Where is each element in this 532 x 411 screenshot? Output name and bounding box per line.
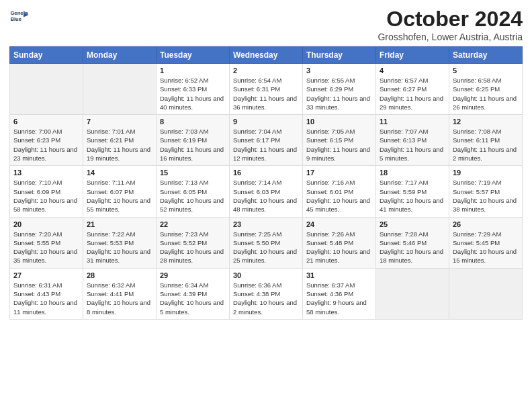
calendar-cell: 31Sunrise: 6:37 AMSunset: 4:36 PMDayligh… xyxy=(303,268,376,319)
calendar-header-row: SundayMondayTuesdayWednesdayThursdayFrid… xyxy=(10,47,523,64)
calendar-cell: 24Sunrise: 7:26 AMSunset: 5:48 PMDayligh… xyxy=(303,217,376,268)
cell-info: Sunrise: 7:03 AMSunset: 6:19 PMDaylight:… xyxy=(160,127,226,163)
calendar-day-header: Saturday xyxy=(449,47,523,64)
calendar-cell: 5Sunrise: 6:58 AMSunset: 6:25 PMDaylight… xyxy=(449,64,523,115)
cell-date: 18 xyxy=(380,169,445,177)
calendar-table: SundayMondayTuesdayWednesdayThursdayFrid… xyxy=(9,46,523,320)
calendar-cell: 15Sunrise: 7:13 AMSunset: 6:05 PMDayligh… xyxy=(157,166,230,217)
cell-date: 25 xyxy=(380,220,445,228)
calendar-cell: 3Sunrise: 6:55 AMSunset: 6:29 PMDaylight… xyxy=(303,64,376,115)
calendar-cell: 20Sunrise: 7:20 AMSunset: 5:55 PMDayligh… xyxy=(10,217,83,268)
cell-date: 10 xyxy=(306,118,372,126)
cell-info: Sunrise: 7:10 AMSunset: 6:09 PMDaylight:… xyxy=(13,178,79,214)
calendar-cell: 14Sunrise: 7:11 AMSunset: 6:07 PMDayligh… xyxy=(83,166,157,217)
header: General Blue October 2024 Grosshofen, Lo… xyxy=(9,7,523,42)
page: General Blue October 2024 Grosshofen, Lo… xyxy=(0,0,532,411)
cell-info: Sunrise: 7:16 AMSunset: 6:01 PMDaylight:… xyxy=(306,178,372,214)
cell-info: Sunrise: 7:08 AMSunset: 6:11 PMDaylight:… xyxy=(453,127,519,163)
cell-date: 1 xyxy=(160,66,226,75)
cell-date: 13 xyxy=(13,169,79,177)
cell-date: 24 xyxy=(306,220,372,228)
calendar-cell: 19Sunrise: 7:19 AMSunset: 5:57 PMDayligh… xyxy=(449,166,523,217)
calendar-cell: 2Sunrise: 6:54 AMSunset: 6:31 PMDaylight… xyxy=(230,64,303,115)
cell-date: 2 xyxy=(233,66,299,75)
svg-text:Blue: Blue xyxy=(10,16,21,22)
cell-info: Sunrise: 7:14 AMSunset: 6:03 PMDaylight:… xyxy=(233,178,299,214)
title-block: October 2024 Grosshofen, Lower Austria, … xyxy=(378,7,523,42)
calendar-cell xyxy=(376,268,449,319)
cell-date: 14 xyxy=(87,169,152,177)
cell-date: 11 xyxy=(380,118,445,126)
cell-date: 29 xyxy=(160,271,226,279)
calendar-cell: 9Sunrise: 7:04 AMSunset: 6:17 PMDaylight… xyxy=(230,115,303,166)
cell-info: Sunrise: 7:23 AMSunset: 5:52 PMDaylight:… xyxy=(160,230,226,265)
calendar-cell: 22Sunrise: 7:23 AMSunset: 5:52 PMDayligh… xyxy=(157,217,230,268)
cell-date: 3 xyxy=(306,66,372,75)
calendar-day-header: Sunday xyxy=(10,47,83,64)
calendar-cell: 10Sunrise: 7:05 AMSunset: 6:15 PMDayligh… xyxy=(303,115,376,166)
cell-info: Sunrise: 7:01 AMSunset: 6:21 PMDaylight:… xyxy=(87,127,152,163)
cell-info: Sunrise: 6:54 AMSunset: 6:31 PMDaylight:… xyxy=(233,76,299,111)
cell-date: 30 xyxy=(233,271,299,279)
calendar-day-header: Thursday xyxy=(303,47,376,64)
cell-info: Sunrise: 7:04 AMSunset: 6:17 PMDaylight:… xyxy=(233,127,299,163)
calendar-day-header: Tuesday xyxy=(157,47,230,64)
cell-date: 6 xyxy=(13,118,79,126)
cell-date: 21 xyxy=(87,220,152,228)
cell-date: 4 xyxy=(380,66,445,75)
cell-info: Sunrise: 6:32 AMSunset: 4:41 PMDaylight:… xyxy=(87,281,152,316)
calendar-week-row: 13Sunrise: 7:10 AMSunset: 6:09 PMDayligh… xyxy=(10,166,523,217)
cell-date: 17 xyxy=(306,169,372,177)
calendar-cell: 11Sunrise: 7:07 AMSunset: 6:13 PMDayligh… xyxy=(376,115,449,166)
cell-date: 16 xyxy=(233,169,299,177)
cell-date: 19 xyxy=(453,169,519,177)
calendar-cell: 7Sunrise: 7:01 AMSunset: 6:21 PMDaylight… xyxy=(83,115,157,166)
cell-info: Sunrise: 6:34 AMSunset: 4:39 PMDaylight:… xyxy=(160,281,226,316)
cell-info: Sunrise: 6:36 AMSunset: 4:38 PMDaylight:… xyxy=(233,281,299,316)
cell-info: Sunrise: 6:57 AMSunset: 6:27 PMDaylight:… xyxy=(380,76,445,111)
cell-date: 26 xyxy=(453,220,519,228)
cell-info: Sunrise: 7:29 AMSunset: 5:45 PMDaylight:… xyxy=(453,230,519,265)
calendar-cell: 16Sunrise: 7:14 AMSunset: 6:03 PMDayligh… xyxy=(230,166,303,217)
cell-info: Sunrise: 7:07 AMSunset: 6:13 PMDaylight:… xyxy=(380,127,445,163)
cell-date: 22 xyxy=(160,220,226,228)
cell-date: 7 xyxy=(87,118,152,126)
month-title: October 2024 xyxy=(378,7,523,32)
calendar-cell: 6Sunrise: 7:00 AMSunset: 6:23 PMDaylight… xyxy=(10,115,83,166)
calendar-cell: 18Sunrise: 7:17 AMSunset: 5:59 PMDayligh… xyxy=(376,166,449,217)
calendar-cell: 17Sunrise: 7:16 AMSunset: 6:01 PMDayligh… xyxy=(303,166,376,217)
cell-date: 27 xyxy=(13,271,79,279)
cell-info: Sunrise: 6:55 AMSunset: 6:29 PMDaylight:… xyxy=(306,76,372,111)
cell-info: Sunrise: 7:20 AMSunset: 5:55 PMDaylight:… xyxy=(13,230,79,265)
cell-info: Sunrise: 6:58 AMSunset: 6:25 PMDaylight:… xyxy=(453,76,519,111)
cell-date: 28 xyxy=(87,271,152,279)
calendar-cell xyxy=(10,64,83,115)
cell-date: 5 xyxy=(453,66,519,75)
calendar-cell: 27Sunrise: 6:31 AMSunset: 4:43 PMDayligh… xyxy=(10,268,83,319)
cell-info: Sunrise: 7:25 AMSunset: 5:50 PMDaylight:… xyxy=(233,230,299,265)
cell-info: Sunrise: 7:00 AMSunset: 6:23 PMDaylight:… xyxy=(13,127,79,163)
calendar-week-row: 6Sunrise: 7:00 AMSunset: 6:23 PMDaylight… xyxy=(10,115,523,166)
calendar-cell: 28Sunrise: 6:32 AMSunset: 4:41 PMDayligh… xyxy=(83,268,157,319)
calendar-cell: 21Sunrise: 7:22 AMSunset: 5:53 PMDayligh… xyxy=(83,217,157,268)
calendar-cell: 8Sunrise: 7:03 AMSunset: 6:19 PMDaylight… xyxy=(157,115,230,166)
cell-date: 15 xyxy=(160,169,226,177)
cell-info: Sunrise: 6:52 AMSunset: 6:33 PMDaylight:… xyxy=(160,76,226,111)
calendar-cell xyxy=(83,64,157,115)
calendar-cell: 4Sunrise: 6:57 AMSunset: 6:27 PMDaylight… xyxy=(376,64,449,115)
calendar-cell: 26Sunrise: 7:29 AMSunset: 5:45 PMDayligh… xyxy=(449,217,523,268)
cell-date: 31 xyxy=(306,271,372,279)
calendar-week-row: 1Sunrise: 6:52 AMSunset: 6:33 PMDaylight… xyxy=(10,64,523,115)
cell-info: Sunrise: 6:31 AMSunset: 4:43 PMDaylight:… xyxy=(13,281,79,316)
calendar-cell: 23Sunrise: 7:25 AMSunset: 5:50 PMDayligh… xyxy=(230,217,303,268)
calendar-week-row: 27Sunrise: 6:31 AMSunset: 4:43 PMDayligh… xyxy=(10,268,523,319)
calendar-cell: 13Sunrise: 7:10 AMSunset: 6:09 PMDayligh… xyxy=(10,166,83,217)
cell-date: 8 xyxy=(160,118,226,126)
logo-icon: General Blue xyxy=(9,7,28,26)
location: Grosshofen, Lower Austria, Austria xyxy=(378,32,523,42)
cell-date: 23 xyxy=(233,220,299,228)
cell-date: 20 xyxy=(13,220,79,228)
calendar-cell: 12Sunrise: 7:08 AMSunset: 6:11 PMDayligh… xyxy=(449,115,523,166)
cell-info: Sunrise: 7:11 AMSunset: 6:07 PMDaylight:… xyxy=(87,178,152,214)
cell-info: Sunrise: 7:22 AMSunset: 5:53 PMDaylight:… xyxy=(87,230,152,265)
